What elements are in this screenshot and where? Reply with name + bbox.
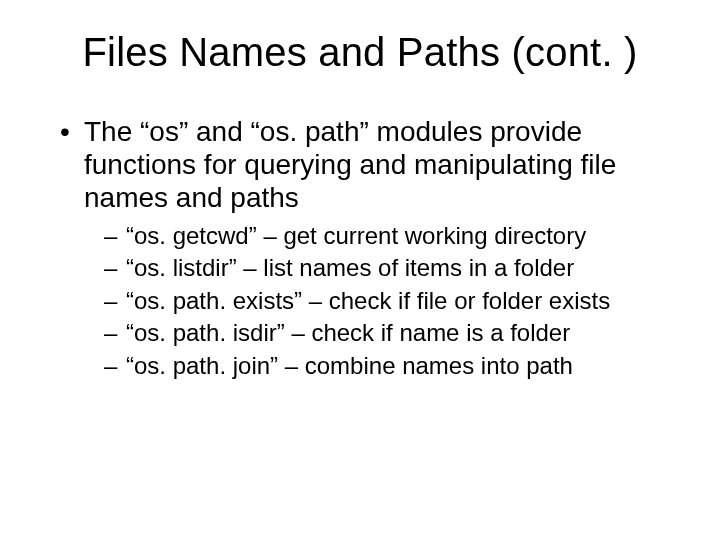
sub-bullet-text: “os. listdir” – list names of items in a… xyxy=(126,254,574,281)
bullet-text: The “os” and “os. path” modules provide … xyxy=(84,116,616,213)
sub-bullet-item: “os. path. exists” – check if file or fo… xyxy=(104,285,670,317)
sub-bullet-item: “os. listdir” – list names of items in a… xyxy=(104,252,670,284)
bullet-list-level2: “os. getcwd” – get current working direc… xyxy=(104,220,670,382)
sub-bullet-text: “os. getcwd” – get current working direc… xyxy=(126,222,586,249)
sub-bullet-item: “os. getcwd” – get current working direc… xyxy=(104,220,670,252)
sub-bullet-text: “os. path. isdir” – check if name is a f… xyxy=(126,319,570,346)
bullet-list-level1: The “os” and “os. path” modules provide … xyxy=(60,115,670,382)
sub-bullet-text: “os. path. exists” – check if file or fo… xyxy=(126,287,610,314)
sub-bullet-item: “os. path. isdir” – check if name is a f… xyxy=(104,317,670,349)
slide: Files Names and Paths (cont. ) The “os” … xyxy=(0,0,720,540)
sub-bullet-text: “os. path. join” – combine names into pa… xyxy=(126,352,573,379)
sub-bullet-item: “os. path. join” – combine names into pa… xyxy=(104,350,670,382)
bullet-item: The “os” and “os. path” modules provide … xyxy=(60,115,670,382)
slide-title: Files Names and Paths (cont. ) xyxy=(40,30,680,75)
